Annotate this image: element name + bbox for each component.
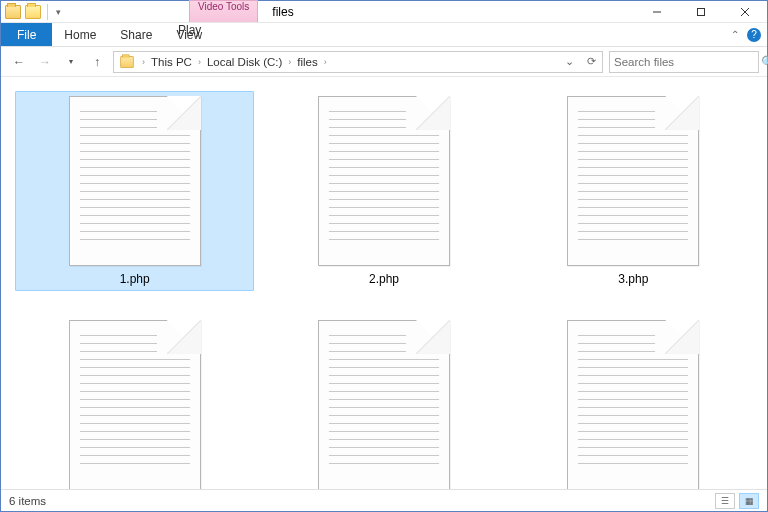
file-item[interactable]: 2.php <box>264 91 503 291</box>
contextual-tab-label: Video Tools <box>198 1 249 12</box>
contextual-tab-header: Video Tools <box>189 0 258 22</box>
crumb-local-disk[interactable]: Local Disk (C:) <box>203 56 286 68</box>
address-dropdown-icon[interactable]: ⌄ <box>558 52 580 72</box>
title-bar: ▾ Video Tools files <box>1 1 767 23</box>
file-item[interactable]: 5.php <box>264 315 503 489</box>
maximize-button[interactable] <box>679 1 723 22</box>
qat-properties-icon[interactable] <box>25 5 41 19</box>
tab-play[interactable]: Play <box>166 23 213 37</box>
help-icon[interactable]: ? <box>747 28 761 42</box>
view-large-icons-button[interactable]: ▦ <box>739 493 759 509</box>
search-input[interactable] <box>614 56 761 68</box>
tab-home[interactable]: Home <box>52 23 108 46</box>
chevron-right-icon[interactable]: › <box>322 57 329 67</box>
document-file-icon <box>567 96 699 266</box>
chevron-right-icon[interactable]: › <box>140 57 147 67</box>
file-grid: 1.php2.php3.php4.php5.php6.php <box>15 91 753 489</box>
document-file-icon <box>318 320 450 489</box>
chevron-right-icon[interactable]: › <box>286 57 293 67</box>
svg-rect-1 <box>698 8 705 15</box>
up-button[interactable]: ↑ <box>87 52 107 72</box>
address-folder-icon <box>120 56 134 68</box>
app-folder-icon[interactable] <box>5 5 21 19</box>
address-bar[interactable]: › This PC › Local Disk (C:) › files › ⌄ … <box>113 51 603 73</box>
back-button[interactable]: ← <box>9 52 29 72</box>
document-file-icon <box>318 96 450 266</box>
ribbon-expand-icon[interactable]: ⌃ <box>731 29 739 40</box>
forward-button[interactable]: → <box>35 52 55 72</box>
file-item[interactable]: 4.php <box>15 315 254 489</box>
window-title: files <box>272 5 293 19</box>
document-file-icon <box>69 320 201 489</box>
file-name-label: 3.php <box>618 272 648 286</box>
file-item[interactable]: 1.php <box>15 91 254 291</box>
window-controls <box>635 1 767 22</box>
file-tab[interactable]: File <box>1 23 52 46</box>
quick-access-toolbar: ▾ <box>1 1 66 22</box>
explorer-window: ▾ Video Tools files File Home Share View… <box>0 0 768 512</box>
status-item-count: 6 items <box>9 495 46 507</box>
chevron-right-icon[interactable]: › <box>196 57 203 67</box>
search-icon[interactable]: 🔍 <box>761 55 768 69</box>
file-name-label: 2.php <box>369 272 399 286</box>
refresh-button[interactable]: ⟳ <box>580 52 602 72</box>
close-button[interactable] <box>723 1 767 22</box>
qat-separator <box>47 4 48 20</box>
status-bar: 6 items ☰ ▦ <box>1 489 767 511</box>
document-file-icon <box>69 96 201 266</box>
minimize-button[interactable] <box>635 1 679 22</box>
navigation-bar: ← → ▾ ↑ › This PC › Local Disk (C:) › fi… <box>1 47 767 77</box>
crumb-files[interactable]: files <box>293 56 321 68</box>
qat-dropdown-icon[interactable]: ▾ <box>54 7 62 17</box>
file-item[interactable]: 3.php <box>514 91 753 291</box>
ribbon-tabs: File Home Share View Play ⌃ ? <box>1 23 767 47</box>
file-name-label: 1.php <box>120 272 150 286</box>
recent-dropdown-icon[interactable]: ▾ <box>61 52 81 72</box>
crumb-this-pc[interactable]: This PC <box>147 56 196 68</box>
content-pane[interactable]: 1.php2.php3.php4.php5.php6.php <box>1 77 767 489</box>
title-region: Video Tools files <box>66 1 635 22</box>
search-box[interactable]: 🔍 <box>609 51 759 73</box>
file-item[interactable]: 6.php <box>514 315 753 489</box>
view-details-button[interactable]: ☰ <box>715 493 735 509</box>
tab-share[interactable]: Share <box>108 23 164 46</box>
document-file-icon <box>567 320 699 489</box>
view-mode-toggle: ☰ ▦ <box>715 493 759 509</box>
